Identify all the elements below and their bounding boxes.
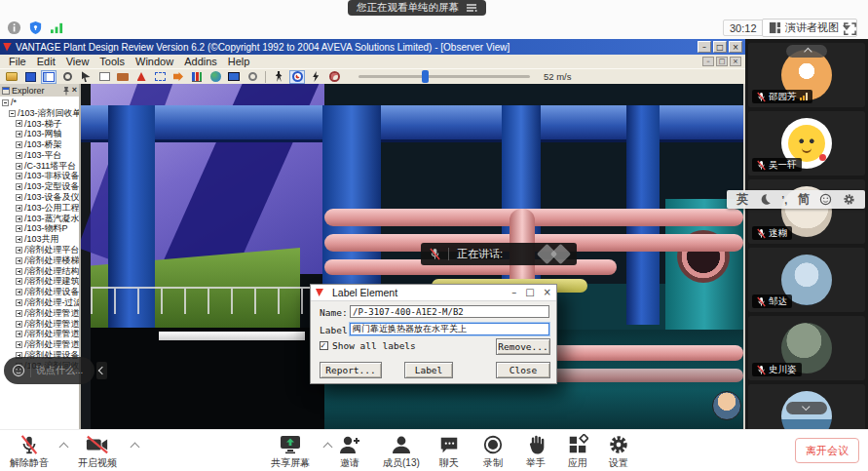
zoom-icon[interactable] — [59, 70, 75, 84]
menu-view[interactable]: View — [66, 56, 90, 67]
dialog-title-bar[interactable]: Label Element – □ × — [311, 285, 556, 301]
participant-tile[interactable]: 邹达 — [748, 248, 865, 312]
label-button[interactable]: Label — [404, 362, 453, 378]
tree-item[interactable]: /103-物料P — [0, 224, 79, 235]
add-point-icon[interactable] — [133, 70, 149, 84]
ime-english-toggle[interactable]: 英 — [736, 191, 748, 208]
select-icon[interactable] — [78, 70, 94, 84]
expand-icon[interactable] — [16, 321, 22, 328]
start-video-button[interactable]: 开启视频 — [78, 434, 117, 470]
expand-icon[interactable] — [16, 120, 22, 127]
record-button[interactable]: 录制 — [482, 434, 504, 470]
mdi-close-button[interactable]: × — [730, 57, 741, 66]
scroll-up-button[interactable] — [786, 45, 827, 58]
shield-icon[interactable] — [28, 20, 43, 35]
menu-file[interactable]: File — [9, 56, 26, 67]
expand-icon[interactable] — [16, 225, 22, 232]
tree-item[interactable]: /溶剂处理管道-蒸 — [0, 330, 79, 340]
pin-icon[interactable] — [62, 86, 70, 96]
app-minimize-button[interactable]: – — [698, 41, 711, 53]
label-field[interactable] — [350, 323, 549, 335]
menu-edit[interactable]: Edit — [37, 56, 56, 67]
speed-slider-thumb[interactable] — [422, 70, 429, 83]
tree-item[interactable]: /103-平台 — [0, 150, 79, 161]
globe-icon[interactable] — [208, 70, 223, 84]
tree-item[interactable]: /103-网轴 — [0, 129, 79, 139]
chat-collapse-button[interactable] — [96, 362, 107, 379]
expand-icon[interactable] — [16, 341, 22, 348]
chart-icon[interactable] — [189, 70, 205, 84]
signal-icon[interactable] — [50, 21, 64, 34]
tree-item[interactable]: /103-定型设备 — [0, 181, 79, 192]
expand-icon[interactable] — [16, 310, 22, 317]
participant-tile[interactable]: 迷糊 — [748, 179, 865, 244]
tree-item[interactable]: /溶剂处理楼梯 — [0, 255, 79, 266]
show-all-labels-checkbox[interactable]: Show all labels — [320, 340, 416, 351]
tree-item[interactable]: /103-公用工程 — [0, 203, 79, 214]
tree-item[interactable]: /溶剂处理管道-物 — [0, 308, 79, 319]
tree-item[interactable]: /103-桥架 — [0, 139, 79, 150]
tree-root[interactable]: /* — [0, 98, 79, 108]
expand-icon[interactable] — [16, 194, 22, 201]
app-maximize-button[interactable]: □ — [713, 41, 727, 53]
collapse-icon[interactable] — [9, 110, 16, 117]
share-screen-button[interactable]: 共享屏幕 — [271, 434, 310, 470]
speed-gauge-icon[interactable] — [326, 70, 342, 84]
participant-tile[interactable]: 吴一轩 — [748, 111, 865, 176]
mute-options-chevron[interactable] — [59, 443, 69, 452]
apps-button[interactable]: 应用 — [567, 434, 588, 470]
unmute-button[interactable]: 解除静音 — [10, 434, 49, 470]
expand-icon[interactable] — [16, 152, 22, 159]
query-icon[interactable] — [245, 70, 260, 84]
mdi-minimize-button[interactable]: – — [702, 57, 714, 66]
dialog-minimize-button[interactable]: – — [511, 288, 516, 297]
expand-icon[interactable] — [16, 278, 22, 285]
tree-item[interactable]: /溶剂处理-过滤器 — [0, 297, 79, 308]
ime-simplified-toggle[interactable]: 简 — [798, 191, 810, 208]
expand-icon[interactable] — [16, 247, 22, 254]
clip-box-icon[interactable] — [96, 70, 112, 84]
emoji-icon[interactable] — [819, 193, 832, 206]
selection-box-icon[interactable] — [152, 70, 168, 84]
expand-icon[interactable] — [16, 331, 22, 337]
tree-item[interactable]: /103共用 — [0, 234, 79, 245]
collapse-icon[interactable] — [2, 99, 9, 106]
menu-help[interactable]: Help — [228, 56, 250, 67]
tree-item[interactable]: /溶剂处理平台 — [0, 245, 79, 255]
report-button[interactable]: Report... — [320, 362, 382, 378]
expand-icon[interactable] — [16, 289, 22, 295]
tree-item[interactable]: /103-设备及仪表 — [0, 192, 79, 203]
emoji-icon[interactable] — [12, 364, 25, 377]
app-close-button[interactable]: × — [729, 41, 742, 53]
snapshot-icon[interactable] — [115, 70, 131, 84]
tree-item[interactable]: /103-非标设备 — [0, 172, 79, 182]
tree-item[interactable]: /103-蒸汽凝水 — [0, 214, 79, 224]
explorer-toggle-icon[interactable] — [41, 70, 57, 84]
scroll-down-button[interactable] — [786, 402, 827, 414]
ime-punctuation-toggle[interactable]: ’, — [781, 194, 787, 206]
explorer-close-icon[interactable]: × — [72, 86, 77, 95]
menu-tools[interactable]: Tools — [99, 56, 125, 67]
expand-icon[interactable] — [16, 141, 22, 148]
expand-icon[interactable] — [16, 205, 22, 212]
name-field[interactable] — [350, 305, 549, 318]
expand-icon[interactable] — [16, 268, 22, 275]
dialog-close-icon[interactable]: × — [544, 288, 551, 297]
participant-tile[interactable]: 邵园芳 — [748, 43, 865, 107]
members-button[interactable]: 成员(13) — [383, 434, 420, 470]
expand-icon[interactable] — [16, 183, 22, 190]
moon-icon[interactable] — [759, 193, 772, 206]
participant-tile-partial[interactable] — [748, 384, 865, 429]
tree-item[interactable]: /103-梯子 — [0, 119, 79, 130]
leave-meeting-button[interactable]: 离开会议 — [795, 438, 859, 463]
expand-icon[interactable] — [16, 257, 22, 264]
expand-icon[interactable] — [16, 299, 22, 306]
menu-addins[interactable]: Addins — [184, 56, 217, 67]
tree-item[interactable]: /溶剂处理管道-VT — [0, 319, 79, 330]
gear-icon[interactable] — [843, 193, 855, 206]
label-element-dialog[interactable]: Label Element – □ × Name: Label: Show al… — [310, 284, 557, 384]
tree-group[interactable]: /103-溶剂回收单元 — [0, 108, 79, 119]
expand-icon[interactable] — [16, 131, 22, 137]
settings-button[interactable]: 设置 — [608, 434, 629, 470]
tree-item[interactable]: /溶剂处理建筑 — [0, 277, 79, 288]
